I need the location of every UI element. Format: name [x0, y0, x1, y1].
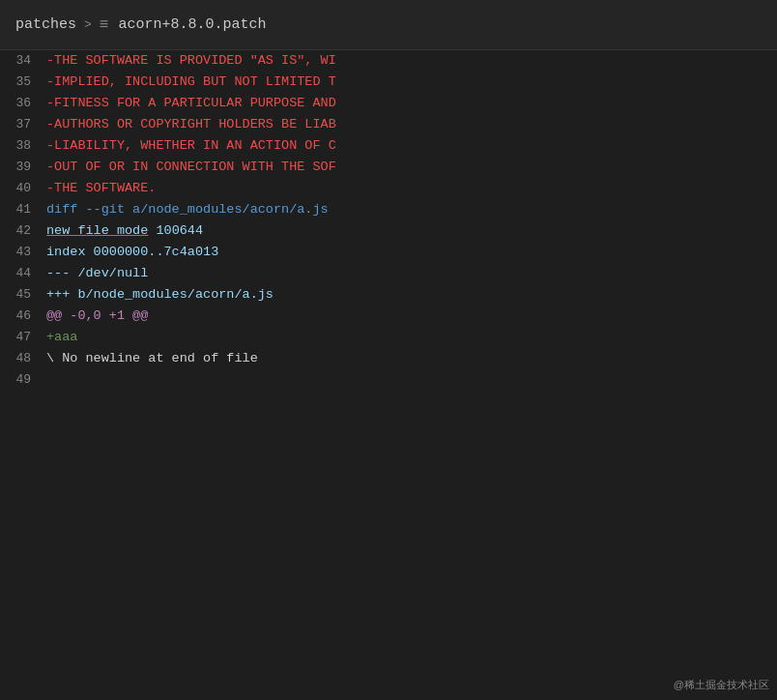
line-content: +++ b/node_modules/acorn/a.js — [46, 284, 777, 306]
code-line: 49 — [0, 369, 777, 391]
code-line: 41diff --git a/node_modules/acorn/a.js — [0, 199, 777, 220]
code-line: 48\ No newline at end of file — [0, 348, 777, 369]
line-number: 39 — [0, 157, 46, 178]
code-line: 38-LIABILITY, WHETHER IN AN ACTION OF C — [0, 135, 777, 157]
breadcrumb: patches > ≡ acorn+8.8.0.patch — [15, 16, 266, 34]
line-content: diff --git a/node_modules/acorn/a.js — [46, 199, 777, 220]
line-content: +aaa — [46, 327, 777, 348]
code-line: 39-OUT OF OR IN CONNECTION WITH THE SOF — [0, 157, 777, 178]
code-line: 45+++ b/node_modules/acorn/a.js — [0, 284, 777, 306]
line-number: 44 — [0, 263, 46, 284]
breadcrumb-separator: > — [84, 17, 92, 32]
line-content: -THE SOFTWARE. — [46, 178, 777, 199]
code-line: 34-THE SOFTWARE IS PROVIDED "AS IS", WI — [0, 50, 777, 72]
code-line: 43index 0000000..7c4a013 — [0, 242, 777, 263]
breadcrumb-root[interactable]: patches — [15, 16, 76, 33]
line-content: -THE SOFTWARE IS PROVIDED "AS IS", WI — [46, 50, 777, 72]
line-content: new file mode 100644 — [46, 220, 777, 242]
line-content: \ No newline at end of file — [46, 348, 777, 369]
line-number: 43 — [0, 242, 46, 263]
line-number: 49 — [0, 369, 46, 391]
line-number: 46 — [0, 306, 46, 327]
line-number: 40 — [0, 178, 46, 199]
code-line: 36-FITNESS FOR A PARTICULAR PURPOSE AND — [0, 93, 777, 114]
line-number: 41 — [0, 199, 46, 220]
watermark: @稀土掘金技术社区 — [674, 678, 769, 692]
line-number: 37 — [0, 114, 46, 135]
code-line: 42new file mode 100644 — [0, 220, 777, 242]
line-number: 48 — [0, 348, 46, 369]
code-line: 35-IMPLIED, INCLUDING BUT NOT LIMITED T — [0, 72, 777, 93]
code-line: 46@@ -0,0 +1 @@ — [0, 306, 777, 327]
line-number: 42 — [0, 220, 46, 242]
line-content: --- /dev/null — [46, 263, 777, 284]
line-number: 36 — [0, 93, 46, 114]
line-number: 45 — [0, 284, 46, 306]
line-number: 34 — [0, 50, 46, 72]
breadcrumb-file[interactable]: acorn+8.8.0.patch — [118, 16, 266, 33]
line-content: -OUT OF OR IN CONNECTION WITH THE SOF — [46, 157, 777, 178]
line-content: @@ -0,0 +1 @@ — [46, 306, 777, 327]
line-number: 35 — [0, 72, 46, 93]
editor-area: 34-THE SOFTWARE IS PROVIDED "AS IS", WI3… — [0, 50, 777, 700]
code-line: 40-THE SOFTWARE. — [0, 178, 777, 199]
titlebar: patches > ≡ acorn+8.8.0.patch — [0, 0, 777, 50]
line-content: -IMPLIED, INCLUDING BUT NOT LIMITED T — [46, 72, 777, 93]
line-number: 47 — [0, 327, 46, 348]
code-line: 47+aaa — [0, 327, 777, 348]
line-content: -FITNESS FOR A PARTICULAR PURPOSE AND — [46, 93, 777, 114]
file-list-icon: ≡ — [100, 16, 109, 34]
line-number: 38 — [0, 135, 46, 157]
code-line: 37-AUTHORS OR COPYRIGHT HOLDERS BE LIAB — [0, 114, 777, 135]
line-content: -LIABILITY, WHETHER IN AN ACTION OF C — [46, 135, 777, 157]
code-line: 44--- /dev/null — [0, 263, 777, 284]
line-content: -AUTHORS OR COPYRIGHT HOLDERS BE LIAB — [46, 114, 777, 135]
line-content: index 0000000..7c4a013 — [46, 242, 777, 263]
